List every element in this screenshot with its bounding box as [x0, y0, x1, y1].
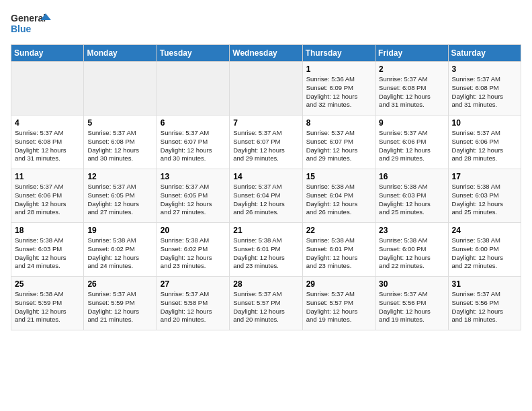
calendar-week-row: 11Sunrise: 5:37 AM Sunset: 6:06 PM Dayli…: [11, 169, 521, 223]
day-info: Sunrise: 5:38 AM Sunset: 5:59 PM Dayligh…: [15, 290, 80, 324]
day-number: 16: [379, 172, 444, 181]
calendar-cell: 25Sunrise: 5:38 AM Sunset: 5:59 PM Dayli…: [11, 277, 84, 330]
day-number: 23: [379, 226, 444, 235]
calendar-cell: 16Sunrise: 5:38 AM Sunset: 6:03 PM Dayli…: [375, 169, 448, 223]
day-number: 15: [306, 172, 371, 181]
calendar-cell: 27Sunrise: 5:37 AM Sunset: 5:58 PM Dayli…: [157, 277, 229, 330]
day-number: 26: [87, 279, 152, 289]
calendar-cell: 12Sunrise: 5:37 AM Sunset: 6:05 PM Dayli…: [84, 169, 157, 223]
calendar-cell: 28Sunrise: 5:37 AM Sunset: 5:57 PM Dayli…: [230, 277, 302, 330]
day-number: 25: [15, 279, 80, 289]
day-info: Sunrise: 5:37 AM Sunset: 6:08 PM Dayligh…: [452, 75, 517, 109]
day-info: Sunrise: 5:38 AM Sunset: 6:04 PM Dayligh…: [306, 183, 371, 217]
day-number: 13: [161, 172, 226, 181]
day-number: 6: [161, 118, 226, 128]
day-info: Sunrise: 5:37 AM Sunset: 6:06 PM Dayligh…: [379, 129, 444, 163]
day-number: 9: [379, 118, 444, 128]
day-number: 30: [379, 279, 444, 289]
calendar-week-row: 25Sunrise: 5:38 AM Sunset: 5:59 PM Dayli…: [11, 277, 521, 330]
calendar-cell: 7Sunrise: 5:37 AM Sunset: 6:07 PM Daylig…: [230, 116, 302, 169]
calendar-cell: 1Sunrise: 5:36 AM Sunset: 6:09 PM Daylig…: [302, 62, 375, 116]
calendar-cell: 4Sunrise: 5:37 AM Sunset: 6:08 PM Daylig…: [11, 116, 84, 169]
calendar-cell: [84, 62, 157, 116]
day-info: Sunrise: 5:38 AM Sunset: 6:02 PM Dayligh…: [161, 236, 226, 271]
logo-svg: General Blue: [11, 11, 51, 38]
calendar-cell: [157, 62, 229, 116]
weekday-header-row: SundayMondayTuesdayWednesdayThursdayFrid…: [11, 45, 521, 62]
day-info: Sunrise: 5:37 AM Sunset: 5:56 PM Dayligh…: [452, 290, 517, 324]
day-number: 2: [379, 64, 444, 74]
logo: General Blue: [11, 11, 51, 38]
day-number: 11: [15, 172, 80, 181]
day-info: Sunrise: 5:37 AM Sunset: 6:07 PM Dayligh…: [306, 129, 371, 163]
calendar-cell: 14Sunrise: 5:37 AM Sunset: 6:04 PM Dayli…: [230, 169, 302, 223]
calendar-week-row: 1Sunrise: 5:36 AM Sunset: 6:09 PM Daylig…: [11, 62, 521, 116]
calendar-cell: 19Sunrise: 5:38 AM Sunset: 6:02 PM Dayli…: [84, 223, 157, 277]
page-header: General Blue: [11, 11, 521, 38]
day-info: Sunrise: 5:37 AM Sunset: 5:59 PM Dayligh…: [87, 290, 152, 324]
day-info: Sunrise: 5:38 AM Sunset: 6:02 PM Dayligh…: [87, 236, 152, 271]
day-info: Sunrise: 5:37 AM Sunset: 6:08 PM Dayligh…: [379, 75, 444, 109]
day-info: Sunrise: 5:38 AM Sunset: 6:03 PM Dayligh…: [379, 183, 444, 217]
calendar-cell: 13Sunrise: 5:37 AM Sunset: 6:05 PM Dayli…: [157, 169, 229, 223]
day-number: 4: [15, 118, 80, 128]
day-info: Sunrise: 5:38 AM Sunset: 6:03 PM Dayligh…: [15, 236, 80, 271]
day-info: Sunrise: 5:37 AM Sunset: 6:05 PM Dayligh…: [87, 183, 152, 217]
day-number: 28: [233, 279, 298, 289]
calendar-cell: [11, 62, 84, 116]
calendar-cell: 24Sunrise: 5:38 AM Sunset: 6:00 PM Dayli…: [448, 223, 521, 277]
svg-text:Blue: Blue: [11, 24, 32, 34]
day-number: 20: [161, 226, 226, 235]
day-info: Sunrise: 5:37 AM Sunset: 5:57 PM Dayligh…: [233, 290, 298, 324]
weekday-header-monday: Monday: [84, 45, 157, 62]
day-info: Sunrise: 5:38 AM Sunset: 6:01 PM Dayligh…: [306, 236, 371, 271]
calendar-cell: [230, 62, 302, 116]
day-number: 22: [306, 226, 371, 235]
calendar-cell: 8Sunrise: 5:37 AM Sunset: 6:07 PM Daylig…: [302, 116, 375, 169]
calendar-cell: 5Sunrise: 5:37 AM Sunset: 6:08 PM Daylig…: [84, 116, 157, 169]
day-info: Sunrise: 5:38 AM Sunset: 6:00 PM Dayligh…: [452, 236, 517, 271]
day-info: Sunrise: 5:38 AM Sunset: 6:01 PM Dayligh…: [233, 236, 298, 271]
day-number: 27: [161, 279, 226, 289]
calendar-cell: 26Sunrise: 5:37 AM Sunset: 5:59 PM Dayli…: [84, 277, 157, 330]
calendar-cell: 17Sunrise: 5:38 AM Sunset: 6:03 PM Dayli…: [448, 169, 521, 223]
calendar-cell: 15Sunrise: 5:38 AM Sunset: 6:04 PM Dayli…: [302, 169, 375, 223]
day-number: 19: [87, 226, 152, 235]
weekday-header-friday: Friday: [375, 45, 448, 62]
day-number: 10: [452, 118, 517, 128]
calendar-table: SundayMondayTuesdayWednesdayThursdayFrid…: [11, 44, 521, 330]
calendar-cell: 22Sunrise: 5:38 AM Sunset: 6:01 PM Dayli…: [302, 223, 375, 277]
day-info: Sunrise: 5:37 AM Sunset: 5:56 PM Dayligh…: [379, 290, 444, 324]
day-number: 24: [452, 226, 517, 235]
day-number: 3: [452, 64, 517, 74]
calendar-cell: 31Sunrise: 5:37 AM Sunset: 5:56 PM Dayli…: [448, 277, 521, 330]
day-info: Sunrise: 5:37 AM Sunset: 6:08 PM Dayligh…: [87, 129, 152, 163]
calendar-week-row: 18Sunrise: 5:38 AM Sunset: 6:03 PM Dayli…: [11, 223, 521, 277]
day-number: 18: [15, 226, 80, 235]
weekday-header-wednesday: Wednesday: [230, 45, 302, 62]
day-number: 14: [233, 172, 298, 181]
calendar-cell: 6Sunrise: 5:37 AM Sunset: 6:07 PM Daylig…: [157, 116, 229, 169]
calendar-cell: 10Sunrise: 5:37 AM Sunset: 6:06 PM Dayli…: [448, 116, 521, 169]
calendar-cell: 20Sunrise: 5:38 AM Sunset: 6:02 PM Dayli…: [157, 223, 229, 277]
day-info: Sunrise: 5:37 AM Sunset: 6:06 PM Dayligh…: [452, 129, 517, 163]
day-info: Sunrise: 5:37 AM Sunset: 5:58 PM Dayligh…: [161, 290, 226, 324]
day-info: Sunrise: 5:37 AM Sunset: 6:07 PM Dayligh…: [233, 129, 298, 163]
calendar-cell: 3Sunrise: 5:37 AM Sunset: 6:08 PM Daylig…: [448, 62, 521, 116]
weekday-header-tuesday: Tuesday: [157, 45, 229, 62]
day-info: Sunrise: 5:37 AM Sunset: 6:05 PM Dayligh…: [161, 183, 226, 217]
calendar-cell: 11Sunrise: 5:37 AM Sunset: 6:06 PM Dayli…: [11, 169, 84, 223]
weekday-header-sunday: Sunday: [11, 45, 84, 62]
day-info: Sunrise: 5:38 AM Sunset: 6:00 PM Dayligh…: [379, 236, 444, 271]
day-number: 31: [452, 279, 517, 289]
day-info: Sunrise: 5:37 AM Sunset: 6:04 PM Dayligh…: [233, 183, 298, 217]
calendar-cell: 30Sunrise: 5:37 AM Sunset: 5:56 PM Dayli…: [375, 277, 448, 330]
calendar-cell: 2Sunrise: 5:37 AM Sunset: 6:08 PM Daylig…: [375, 62, 448, 116]
weekday-header-thursday: Thursday: [302, 45, 375, 62]
calendar-cell: 9Sunrise: 5:37 AM Sunset: 6:06 PM Daylig…: [375, 116, 448, 169]
day-number: 5: [87, 118, 152, 128]
calendar-cell: 23Sunrise: 5:38 AM Sunset: 6:00 PM Dayli…: [375, 223, 448, 277]
calendar-week-row: 4Sunrise: 5:37 AM Sunset: 6:08 PM Daylig…: [11, 116, 521, 169]
day-number: 29: [306, 279, 371, 289]
day-info: Sunrise: 5:36 AM Sunset: 6:09 PM Dayligh…: [306, 75, 371, 109]
